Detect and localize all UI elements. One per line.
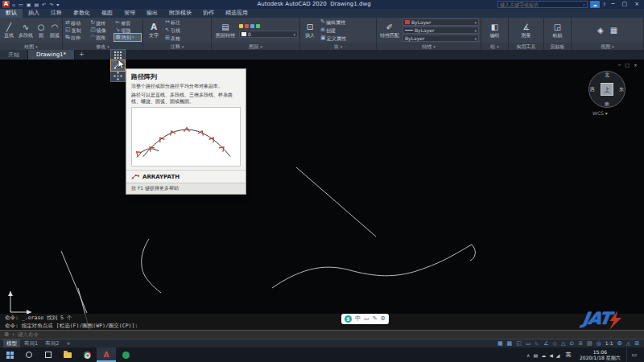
panel-clipboard-label[interactable]: 剪贴板 [544,43,571,50]
a360-signin-icon[interactable]: ☁ [590,1,600,8]
ribbon-tab-collaborate[interactable]: 协作 [197,9,220,18]
viewcube-north[interactable]: 北 [605,72,609,77]
leader-tool[interactable]: ↖引线 [164,27,181,34]
maximize-button[interactable]: ▢ [620,0,630,9]
panel-utilities-label[interactable]: 实用工具 [509,43,543,50]
viewcube-east[interactable]: 东 [619,87,624,92]
ime-settings-icon[interactable]: ⚙ [381,314,386,324]
save-icon[interactable]: ▣ [26,0,32,9]
array-tool[interactable]: ▦阵列▾ [114,34,141,41]
dimension-tool[interactable]: ↔标注 [164,19,181,26]
browser-button[interactable] [77,348,97,362]
new-drawing-tab-button[interactable]: + [75,50,89,60]
doc-close-icon[interactable]: × [634,62,638,68]
panel-properties-label[interactable]: 特性 ▾ [377,43,481,50]
panel-block-label[interactable]: 块 ▾ [300,43,376,50]
drawn-curve[interactable] [142,239,161,293]
annotation-scale-button[interactable]: 1:1 [604,339,615,348]
linetype-dropdown[interactable]: ByLayer ▾ [402,35,479,42]
action-center-icon[interactable]: ▭ [626,348,641,362]
drawn-spline[interactable] [272,245,472,288]
ribbon-tab-annotate[interactable]: 注释 [45,9,68,18]
tab-drawing1[interactable]: Drawing1* [28,50,75,60]
panel-groups-label[interactable]: 组 ▾ [481,43,508,50]
snap-toggle[interactable]: ▩ [506,339,514,348]
viewcube[interactable]: 北 南 西 东 上 [588,71,625,108]
group-tool[interactable]: ◧ 编组 [490,23,500,38]
polar-tracking-toggle[interactable]: ∠ [542,339,550,348]
layout1-tab[interactable]: 布局1 [21,339,41,348]
ribbon-tab-addins[interactable]: 附加模块 [163,9,197,18]
ribbon-tab-insert[interactable]: 插入 [23,9,45,18]
stretch-tool[interactable]: ↹拉伸 [64,34,88,41]
clean-screen-toggle[interactable]: ⊞ [633,339,641,348]
panel-draw-label[interactable]: 绘图 ▾ [0,43,62,50]
ribbon-tab-view[interactable]: 视图 [96,9,118,18]
new-file-icon[interactable]: ▫ [11,0,16,9]
layout2-tab[interactable]: 布局2 [42,339,62,348]
task-view-button[interactable] [39,348,58,362]
command-input-bar[interactable]: ⚙ › [0,330,644,339]
osnap-tracking-toggle[interactable]: △ [559,339,567,348]
taskbar-clock[interactable]: 15:06 2020/1/18 星期六 [576,349,623,360]
panel-modify-label[interactable]: 修改 ▾ [63,43,142,50]
viewcube-south[interactable]: 南 [605,101,609,106]
line-tool[interactable]: ╱ 直线 [2,23,16,38]
dynamic-input-toggle[interactable]: ▭ [524,339,533,348]
open-file-icon[interactable]: ▭ [18,0,24,9]
ribbon-tab-home[interactable]: 默认 [0,9,23,18]
panel-view-label[interactable]: 视图 ▾ [572,43,643,50]
object-color-dropdown[interactable]: ByLayer ▾ [402,19,479,26]
plot-icon[interactable]: ▤ [33,0,39,9]
drawing-canvas[interactable]: ─ ▢ × 北 南 西 东 上 WCS ▾ [0,60,644,331]
viewcube-west[interactable]: 西 [590,87,595,92]
ribbon-tab-parametric[interactable]: 参数化 [68,9,96,18]
file-explorer-button[interactable] [58,348,77,362]
model-tab[interactable]: 模型 [3,339,20,348]
ime-pen-icon[interactable]: ✎ [373,314,378,324]
ime-indicator[interactable]: 英 [563,351,573,359]
ime-floating-bar[interactable]: S 中 ▭ ✎ ⚙ [341,314,389,324]
polyline-tool[interactable]: ∿ 多段线 [18,23,34,38]
selection-cycling-toggle[interactable]: ◎ [595,339,603,348]
ribbon-tab-featured-apps[interactable]: 精选应用 [220,9,254,18]
media-app-button[interactable] [116,348,135,362]
layer-plot-icon[interactable] [256,24,260,28]
isodraft-toggle[interactable]: ◇ [551,339,559,348]
close-button[interactable]: × [632,0,642,9]
layer-lock-icon[interactable] [250,24,254,28]
view-viewport-icon[interactable]: ▦ [610,26,617,35]
define-attributes-tool[interactable]: ▣定义属性 [320,35,347,42]
ribbon-tab-manage[interactable]: 管理 [118,9,141,18]
lineweight-toggle[interactable]: ≣ [576,339,584,348]
layer-state-strip[interactable] [239,23,298,30]
redo-icon[interactable]: ↷ [48,0,54,9]
ime-keyboard-icon[interactable]: ▭ [364,314,369,324]
autocad-taskbar-button[interactable]: A [97,348,116,362]
create-block-tool[interactable]: ⊕创建 [320,27,347,34]
layer-dropdown[interactable]: 0 ▾ [239,31,298,38]
measure-tool[interactable]: ∡ 测量 [522,23,531,38]
ribbon-tab-output[interactable]: 输出 [141,9,163,18]
help-icon[interactable]: ? [602,0,606,9]
new-layout-button[interactable]: + [63,339,73,348]
network-icon[interactable]: ◢ [556,352,560,358]
drawn-spline-tail[interactable] [470,245,475,261]
undo-icon[interactable]: ↶ [41,0,47,9]
doc-restore-icon[interactable]: ▢ [625,62,630,68]
arc-tool[interactable]: ◠ 圆弧 [48,23,61,38]
match-properties-tool[interactable]: ✐ 特性匹配 [378,23,401,38]
taskbar-search-button[interactable] [19,348,39,362]
paste-tool[interactable]: ◲ 粘贴 [553,23,563,38]
scale-tool[interactable]: ↘缩放 [114,27,141,34]
transparency-toggle[interactable]: ▨ [585,339,594,348]
circle-tool[interactable]: ○ 圆 [35,23,47,38]
copy-tool[interactable]: ◱复制 [64,27,88,34]
view-base-icon[interactable]: ◈ [597,26,604,35]
volume-icon[interactable]: ◀ [549,352,553,358]
ortho-toggle[interactable]: ∟ [533,339,541,348]
start-button[interactable] [0,348,19,362]
app-menu-button[interactable]: A [2,1,10,8]
fillet-tool[interactable]: ◠圆角 [89,34,113,41]
tray-cloud-icon[interactable]: ☁ [541,352,546,358]
